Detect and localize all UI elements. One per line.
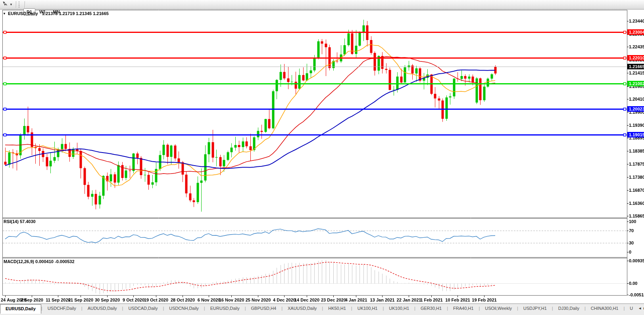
timeframe-button-h4[interactable]: H4	[94, 0, 106, 2]
toolbar-grip[interactable]	[19, 2, 21, 8]
chart-tab-xauusd-daily[interactable]: XAUUSD,Daily	[283, 304, 322, 313]
price-chart-canvas[interactable]	[0, 0, 644, 315]
timeframe-button-m5[interactable]: M5	[37, 0, 49, 2]
chart-title: ▼ EURUSD,Daily 1.21378 1.21719 1.21345 1…	[3, 11, 109, 16]
tab-scroll-arrows: ◄►	[638, 304, 644, 310]
cursor-icon	[2, 1, 8, 8]
chart-tab-bar: EURUSD,Daily|USDCHF,Daily|AUDUSD,Daily|U…	[0, 304, 644, 315]
chart-tab-usdcnh-daily[interactable]: USDCNH,Daily	[164, 304, 204, 313]
chart-tab-usdjpy-h1[interactable]: USDJPY,H1	[518, 304, 552, 313]
timeframe-button-h1[interactable]: H1	[81, 0, 93, 2]
chart-tab-usdchf-daily[interactable]: USDCHF,Daily	[42, 304, 81, 313]
macd-indicator-label: MACD(12,26,9) 0.000410 -0.000532	[4, 259, 75, 264]
chart-tab-uk100-h1[interactable]: UK100,H1	[352, 304, 383, 313]
timeframe-button-m30[interactable]: M30	[65, 0, 80, 2]
chart-tab-audusd-daily[interactable]: AUDUSD,Daily	[83, 304, 122, 313]
chart-tab-hk50-h1[interactable]: HK50,H1	[323, 304, 351, 313]
toolbar-separator	[16, 1, 16, 8]
chart-tab-china300-h1[interactable]: CHINA300,H1	[586, 304, 624, 313]
chart-tab-usdcad-daily[interactable]: USDCAD,Daily	[123, 304, 163, 313]
chart-tab-gbpusd-h4[interactable]: GBPUSD,H4	[246, 304, 282, 313]
chart-ohlc-values: 1.21378 1.21719 1.21345 1.21665	[42, 11, 109, 16]
toolbar: ▼ M1M5M15M30H1H4D1W1MN	[0, 0, 644, 10]
chart-tab-eurusd-daily[interactable]: EURUSD,Daily	[205, 304, 245, 313]
chart-tab-fra40-h1[interactable]: FRA40,H1	[448, 304, 479, 313]
chart-tab-dj30-daily[interactable]: DJ30,Daily	[553, 304, 584, 313]
timeframe-button-m1[interactable]: M1	[23, 0, 36, 2]
chart-tab-eurusd-daily[interactable]: EURUSD,Daily	[0, 304, 41, 314]
line-studies-button[interactable]: ▼	[0, 1, 14, 8]
rsi-indicator-label: RSI(14) 57.4030	[4, 219, 36, 224]
chart-symbol-period: EURUSD,Daily	[8, 11, 38, 16]
collapse-triangle-icon[interactable]: ▼	[3, 12, 6, 15]
chart-tab-usoil-weekly[interactable]: USOil,Weekly	[480, 304, 517, 313]
toolbar-separator	[25, 1, 25, 8]
mt4-window: ▼ M1M5M15M30H1H4D1W1MN ▼ EURUSD,Daily 1.…	[0, 0, 644, 315]
timeframe-button-m15[interactable]: M15	[50, 0, 64, 2]
chart-tab-uk100-h1[interactable]: UK100,H1	[384, 304, 414, 313]
chart-tab-ger30-h1[interactable]: GER30,H1	[415, 304, 447, 313]
chevron-down-icon: ▼	[10, 3, 13, 6]
chart-tab-u[interactable]: U	[625, 304, 638, 313]
tab-scroll-left-icon[interactable]: ◄	[638, 306, 643, 310]
